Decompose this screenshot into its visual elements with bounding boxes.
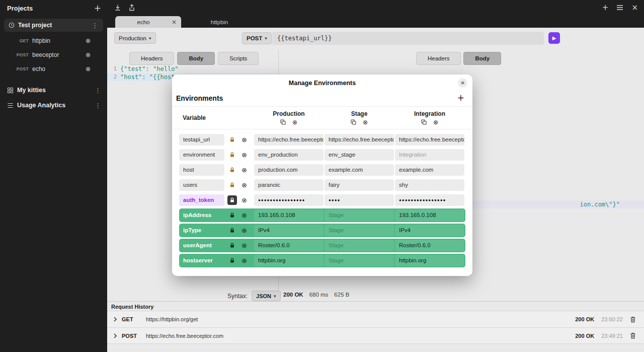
production-value-input[interactable]: production.com: [254, 164, 324, 176]
delete-variable-icon[interactable]: ⊗: [239, 150, 249, 160]
remove-request-icon[interactable]: ⊗: [86, 65, 91, 73]
integration-value-input[interactable]: shy: [395, 179, 464, 191]
my-kitties-menu-icon[interactable]: ⋮: [95, 87, 101, 94]
integration-value-input[interactable]: https://echo.free.beecepto: [395, 134, 464, 146]
integration-value-input[interactable]: ●●●●●●●●●●●●●●●●: [395, 194, 464, 206]
lock-icon[interactable]: [227, 210, 237, 220]
variable-name-input[interactable]: testapi_url: [179, 134, 224, 146]
stage-value-input[interactable]: Stage: [325, 225, 394, 236]
stage-value-input[interactable]: env_stage: [325, 149, 394, 161]
share-icon[interactable]: [128, 4, 135, 11]
production-value-input[interactable]: IPv4: [254, 225, 324, 236]
variable-name-input[interactable]: ipType: [179, 225, 224, 236]
stage-value-input[interactable]: example.com: [325, 164, 394, 176]
delete-variable-icon[interactable]: ⊗: [239, 226, 249, 235]
expand-chevron-icon[interactable]: [113, 317, 117, 322]
tab-response-body[interactable]: Body: [463, 52, 501, 65]
delete-environment-icon[interactable]: ⊗: [292, 119, 297, 126]
stage-value-input[interactable]: Stage: [325, 209, 394, 221]
integration-value-input[interactable]: 193.165.0.108: [395, 209, 464, 221]
close-window-icon[interactable]: ×: [631, 4, 638, 12]
duplicate-environment-icon[interactable]: [280, 119, 286, 125]
production-value-input[interactable]: paranoic: [254, 179, 324, 191]
stage-value-input[interactable]: https://echo.free.beecepto: [325, 134, 394, 146]
new-tab-icon[interactable]: +: [602, 4, 609, 12]
delete-environment-icon[interactable]: ⊗: [433, 119, 438, 126]
delete-environment-icon[interactable]: ⊗: [363, 119, 368, 126]
delete-variable-icon[interactable]: ⊗: [239, 135, 249, 145]
stage-value-input[interactable]: fairy: [325, 179, 394, 191]
syntax-selector[interactable]: JSON ▾: [252, 291, 281, 301]
lock-icon[interactable]: [227, 180, 237, 190]
remove-request-icon[interactable]: ⊗: [86, 37, 91, 44]
integration-value-input[interactable]: Roster/0.6.0: [395, 240, 464, 251]
delete-variable-icon[interactable]: ⊗: [239, 165, 249, 175]
duplicate-environment-icon[interactable]: [421, 119, 427, 125]
history-row[interactable]: POST https://echo.free.beeceptor.com 200…: [107, 327, 644, 344]
integration-value-input[interactable]: httpbin.org: [395, 255, 464, 266]
lock-icon[interactable]: [227, 165, 237, 175]
delete-variable-icon[interactable]: ⊗: [239, 241, 249, 250]
integration-value-input[interactable]: IPv4: [395, 225, 464, 236]
tab-httpbin[interactable]: httpbin: [201, 16, 237, 28]
environment-selector[interactable]: Production ▾: [114, 32, 156, 44]
close-modal-icon[interactable]: ×: [458, 78, 467, 88]
delete-variable-icon[interactable]: ⊗: [239, 180, 249, 190]
close-tab-icon[interactable]: ×: [172, 19, 181, 26]
variable-name-input[interactable]: userAgent: [179, 240, 224, 251]
remove-request-icon[interactable]: ⊗: [86, 51, 91, 58]
production-value-input[interactable]: httpbin.org: [254, 255, 324, 266]
sidebar-request-item[interactable]: POST echo ⊗: [0, 62, 107, 76]
lock-icon[interactable]: [227, 135, 237, 145]
production-value-input[interactable]: 193.165.0.108: [254, 209, 324, 221]
add-environment-icon[interactable]: +: [457, 94, 464, 102]
duplicate-environment-icon[interactable]: [351, 119, 356, 125]
method-selector[interactable]: POST ▾: [242, 32, 272, 44]
url-input[interactable]: {{testapi_url}}: [272, 32, 544, 45]
trash-icon[interactable]: [630, 316, 636, 323]
production-value-input[interactable]: https://echo.free.beecepto: [254, 134, 324, 146]
lock-icon[interactable]: [227, 150, 237, 160]
variable-name-input[interactable]: auth_token: [179, 194, 224, 206]
tab-request-headers[interactable]: Headers: [129, 52, 174, 65]
lock-icon[interactable]: [227, 195, 237, 205]
history-row[interactable]: GET https://httpbin.org/get 200 OK 23:50…: [107, 311, 644, 327]
tab-response-headers[interactable]: Headers: [416, 52, 461, 65]
sidebar-request-item[interactable]: GET httpbin ⊗: [0, 34, 107, 48]
lock-icon[interactable]: [227, 241, 237, 250]
stage-value-input[interactable]: Stage: [325, 240, 394, 251]
tab-request-body[interactable]: Body: [177, 52, 215, 65]
code-line[interactable]: 1 {"test": "hello": [107, 65, 278, 73]
sidebar-item-my-kitties[interactable]: My kitties ⋮: [0, 83, 107, 98]
integration-value-input[interactable]: example.com: [395, 164, 464, 176]
variable-name-input[interactable]: users: [179, 179, 224, 191]
lock-icon[interactable]: [227, 226, 237, 235]
menu-icon[interactable]: [616, 5, 623, 11]
production-value-input[interactable]: env_production: [254, 149, 324, 161]
delete-variable-icon[interactable]: ⊗: [239, 195, 249, 205]
sidebar-item-usage-analytics[interactable]: Usage Analytics ⋮: [0, 98, 107, 113]
variable-name-input[interactable]: host: [179, 164, 224, 176]
add-project-icon[interactable]: +: [94, 4, 101, 13]
delete-variable-icon[interactable]: ⊗: [239, 210, 249, 220]
usage-analytics-menu-icon[interactable]: ⋮: [95, 102, 101, 109]
variable-name-input[interactable]: environment: [179, 149, 224, 161]
stage-value-input[interactable]: ●●●●: [325, 194, 394, 206]
variable-name-input[interactable]: hostserver: [179, 255, 224, 266]
production-value-input[interactable]: Roster/0.6.0: [254, 240, 324, 251]
expand-chevron-icon[interactable]: [113, 333, 117, 338]
lock-icon[interactable]: [227, 256, 237, 265]
project-menu-icon[interactable]: ⋮: [92, 22, 98, 29]
send-request-button[interactable]: ▶: [548, 32, 560, 44]
trash-icon[interactable]: [630, 332, 636, 339]
tab-echo[interactable]: echo ×: [115, 16, 181, 28]
production-value-input[interactable]: ●●●●●●●●●●●●●●●●: [254, 194, 324, 206]
project-test-project[interactable]: Test project ⋮: [4, 19, 103, 32]
tab-request-scripts[interactable]: Scripts: [218, 52, 259, 65]
delete-variable-icon[interactable]: ⊗: [239, 256, 249, 265]
stage-value-input[interactable]: Stage: [325, 255, 394, 266]
variable-name-input[interactable]: ipAddress: [179, 209, 224, 221]
integration-value-input[interactable]: Integration: [395, 149, 464, 161]
sidebar-request-item[interactable]: POST beeceptor ⊗: [0, 48, 107, 62]
download-icon[interactable]: [114, 4, 121, 11]
